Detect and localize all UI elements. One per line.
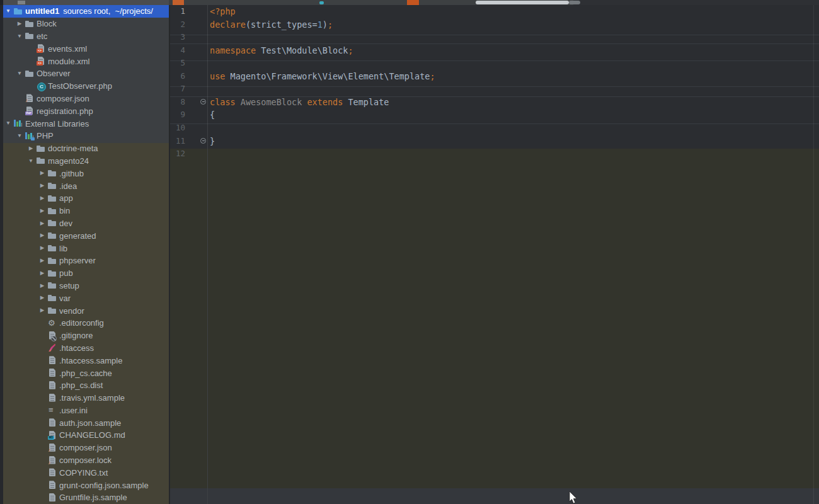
tree-item-label: .gitignore: [59, 331, 93, 340]
tree-item-var[interactable]: ▶var: [0, 292, 169, 304]
tree-item-.user.ini[interactable]: .user.ini: [0, 404, 169, 417]
expand-arrow-icon[interactable]: ▶: [37, 280, 47, 292]
code-text: }: [210, 135, 215, 148]
tree-item-vendor[interactable]: ▶vendor: [0, 304, 169, 317]
tree-item-lib[interactable]: ▶lib: [0, 242, 169, 255]
tree-item-.github[interactable]: ▶.github: [0, 167, 169, 180]
tree-item-label: .editorconfig: [59, 318, 104, 328]
tree-indent: [0, 373, 37, 374]
tree-item-.php-cs.cache[interactable]: .php_cs.cache: [0, 367, 169, 379]
tree-item-testobserver.php[interactable]: TestObserver.php: [0, 80, 169, 93]
tree-item-registration.php[interactable]: registration.php: [0, 105, 169, 117]
collapse-arrow-icon[interactable]: ▼: [14, 130, 25, 142]
code-text: declare(strict_types=1);: [210, 18, 333, 32]
tree-item-gruntfile.js.sample[interactable]: Gruntfile.js.sample: [0, 491, 169, 504]
project-tree: ▼untitled1sources root, ~/projects/▶Bloc…: [0, 5, 169, 504]
tree-item-.php-cs.dist[interactable]: .php_cs.dist: [0, 379, 169, 392]
tree-item-php[interactable]: ▼PHP: [0, 130, 169, 142]
expand-arrow-icon[interactable]: ▶: [37, 292, 47, 304]
tree-indent: [0, 472, 37, 473]
tree-item-block[interactable]: ▶Block: [0, 18, 169, 30]
composer-icon: [47, 455, 57, 466]
text-icon: [47, 368, 57, 378]
collapse-arrow-icon[interactable]: ▼: [3, 117, 13, 130]
folder-icon: [47, 293, 57, 303]
tree-item-doctrine-meta[interactable]: ▶doctrine-meta: [0, 142, 169, 155]
token-kw: use: [210, 71, 225, 81]
expand-arrow-icon[interactable]: ▶: [37, 304, 47, 317]
tree-item-bin[interactable]: ▶bin: [0, 205, 169, 217]
token-pln: Template: [343, 97, 389, 107]
folder-icon: [36, 156, 46, 166]
tree-item-changelog.md[interactable]: CHANGELOG.md: [0, 429, 169, 442]
tree-item-.htaccess[interactable]: .htaccess: [0, 342, 169, 355]
tree-item-observer[interactable]: ▼Observer: [0, 67, 169, 80]
tree-item-.travis.yml.sample[interactable]: .travis.yml.sample: [0, 392, 169, 404]
tree-item-module.xml[interactable]: module.xml: [0, 55, 169, 67]
tree-item-magento24[interactable]: ▼magento24: [0, 155, 169, 168]
tree-item-etc[interactable]: ▼etc: [0, 30, 169, 43]
folder-icon: [47, 231, 57, 241]
tab-scrollbar-track[interactable]: [569, 1, 580, 4]
collapse-arrow-icon[interactable]: ▼: [26, 155, 36, 168]
tree-item-external-libraries[interactable]: ▼External Libraries: [0, 117, 169, 130]
tree-item-app[interactable]: ▶app: [0, 192, 169, 205]
tree-item-composer.json[interactable]: composer.json: [0, 93, 169, 105]
tree-item-label: Observer: [37, 69, 70, 78]
tree-item-label: composer.json: [59, 443, 112, 452]
tree-item-.htaccess.sample[interactable]: .htaccess.sample: [0, 354, 169, 367]
tree-indent: [0, 385, 37, 386]
collapse-arrow-icon[interactable]: ▼: [14, 30, 25, 43]
expand-arrow-icon[interactable]: ▶: [37, 267, 47, 280]
fold-marker-icon[interactable]: [200, 138, 206, 144]
tree-item-label: vendor: [59, 306, 84, 316]
tree-item-copying.txt[interactable]: COPYING.txt: [0, 466, 169, 479]
expand-arrow-icon[interactable]: ▶: [37, 192, 47, 205]
tree-item-.idea[interactable]: ▶.idea: [0, 180, 169, 192]
code-text: <?php: [210, 5, 236, 18]
expand-arrow-icon[interactable]: ▶: [37, 180, 47, 192]
tree-indent: [0, 161, 26, 161]
expand-arrow-icon[interactable]: ▶: [37, 167, 47, 180]
expand-arrow-icon[interactable]: ▶: [37, 229, 47, 242]
expand-arrow-icon[interactable]: ▶: [37, 205, 47, 217]
collapse-arrow-icon[interactable]: ▼: [3, 5, 13, 18]
tree-item-untitled1[interactable]: ▼untitled1sources root, ~/projects/: [0, 5, 169, 18]
tree-item-grunt-config.json.sample[interactable]: grunt-config.json.sample: [0, 479, 169, 491]
token-tag: <?php: [210, 6, 236, 16]
tree-item-.editorconfig[interactable]: .editorconfig: [0, 317, 169, 329]
tree-item-label: registration.php: [37, 106, 93, 116]
tree-item-composer.json[interactable]: composer.json: [0, 442, 169, 454]
expand-arrow-icon[interactable]: ▶: [37, 217, 47, 230]
folder-icon: [25, 31, 35, 41]
expand-arrow-icon[interactable]: ▶: [37, 242, 47, 255]
tree-indent: [0, 285, 37, 286]
tree-item-auth.json.sample[interactable]: auth.json.sample: [0, 416, 169, 429]
text-icon: [47, 480, 57, 490]
tree-indent: [0, 248, 37, 249]
tab-strip-tree-segment: [3, 0, 169, 5]
tree-item-dev[interactable]: ▶dev: [0, 217, 169, 230]
tree-item-label: composer.lock: [59, 455, 112, 465]
tree-item-events.xml[interactable]: events.xml: [0, 42, 169, 55]
tab-scrollbar-thumb[interactable]: [476, 1, 569, 4]
expand-arrow-icon[interactable]: ▶: [26, 142, 36, 155]
expand-arrow-icon[interactable]: ▶: [37, 255, 47, 267]
tree-item-generated[interactable]: ▶generated: [0, 229, 169, 242]
folder-icon: [47, 243, 57, 253]
tree-item-setup[interactable]: ▶setup: [0, 280, 169, 292]
file-lines-decor: [50, 371, 54, 375]
tree-indent: [0, 360, 37, 361]
expand-arrow-icon[interactable]: ▶: [14, 18, 25, 30]
fold-marker-icon[interactable]: [200, 99, 206, 105]
tree-item-composer.lock[interactable]: composer.lock: [0, 454, 169, 467]
token-pln: ): [323, 20, 328, 30]
tree-item-label: .idea: [59, 181, 77, 191]
collapse-arrow-icon[interactable]: ▼: [14, 67, 25, 80]
ini-icon: [47, 405, 57, 415]
tree-item-.gitignore[interactable]: .gitignore: [0, 329, 169, 342]
editor-scrollbar[interactable]: [813, 5, 814, 504]
tree-item-phpserver[interactable]: ▶phpserver: [0, 255, 169, 267]
editor-panel[interactable]: 1<?php2declare(strict_types=1);34namespa…: [169, 5, 819, 504]
tree-item-pub[interactable]: ▶pub: [0, 267, 169, 280]
